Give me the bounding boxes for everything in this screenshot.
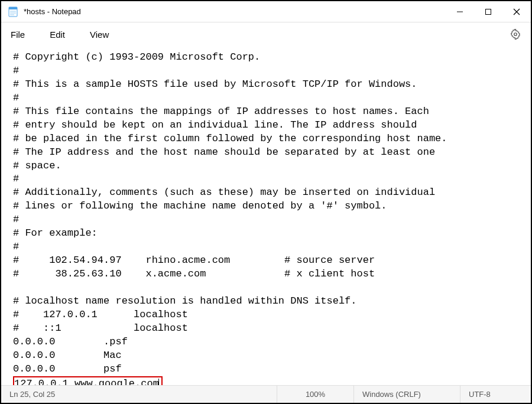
svg-rect-6 [486,9,491,14]
editor-line [13,281,519,295]
editor-line: # Additionally, comments (such as these)… [13,186,519,200]
maximize-button[interactable] [474,1,502,22]
editor-line: 0.0.0.0 psf [13,363,519,376]
editor-line: # 102.54.94.97 rhino.acme.com # source s… [13,254,519,268]
status-position: Ln 25, Col 25 [1,386,277,403]
editor-line: 0.0.0.0 .psf [13,335,519,349]
editor-line: # lines or following the machine name de… [13,200,519,213]
editor-line: # Copyright (c) 1993-2009 Microsoft Corp… [13,51,519,64]
title-bar: *hosts - Notepad [1,1,531,22]
status-encoding: UTF-8 [460,386,531,403]
menu-view[interactable]: View [86,27,112,42]
editor-line: # The IP address and the host name shoul… [13,146,519,159]
status-bar: Ln 25, Col 25 100% Windows (CRLF) UTF-8 [1,385,531,403]
svg-rect-1 [9,7,17,9]
menu-edit[interactable]: Edit [46,27,69,42]
editor-line: # 38.25.63.10 x.acme.com # x client host [13,268,519,281]
editor-line: # [13,92,519,105]
notepad-icon [7,6,19,18]
editor-line: # be placed in the first column followed… [13,132,519,146]
highlighted-line: 127.0.0.1 www.google.com [13,376,163,386]
editor-line: # 127.0.0.1 localhost [13,308,519,322]
minimize-button[interactable] [446,1,474,22]
editor-line: # [13,64,519,78]
editor-line: # This file contains the mappings of IP … [13,105,519,119]
editor-line: # [13,172,519,186]
menu-file[interactable]: File [7,27,28,42]
editor-line: # [13,240,519,254]
editor-line: # ::1 localhost [13,322,519,335]
editor-line: 127.0.0.1 www.google.com [13,376,519,386]
text-editor[interactable]: # Copyright (c) 1993-2009 Microsoft Corp… [1,46,531,385]
window-title: *hosts - Notepad [24,7,446,16]
status-eol: Windows (CRLF) [353,386,460,403]
editor-line: 0.0.0.0 Mac [13,349,519,363]
editor-line: # [13,213,519,227]
text-caret [158,379,159,386]
menu-bar: File Edit View [1,22,531,46]
svg-point-9 [514,33,517,36]
editor-line: # For example: [13,227,519,240]
editor-line: # This is a sample HOSTS file used by Mi… [13,78,519,92]
editor-line: # localhost name resolution is handled w… [13,295,519,308]
status-zoom: 100% [277,386,353,403]
close-button[interactable] [502,1,531,22]
settings-button[interactable] [506,25,525,44]
editor-line: # space. [13,159,519,173]
editor-line: # entry should be kept on an individual … [13,119,519,132]
window-controls [446,1,531,22]
